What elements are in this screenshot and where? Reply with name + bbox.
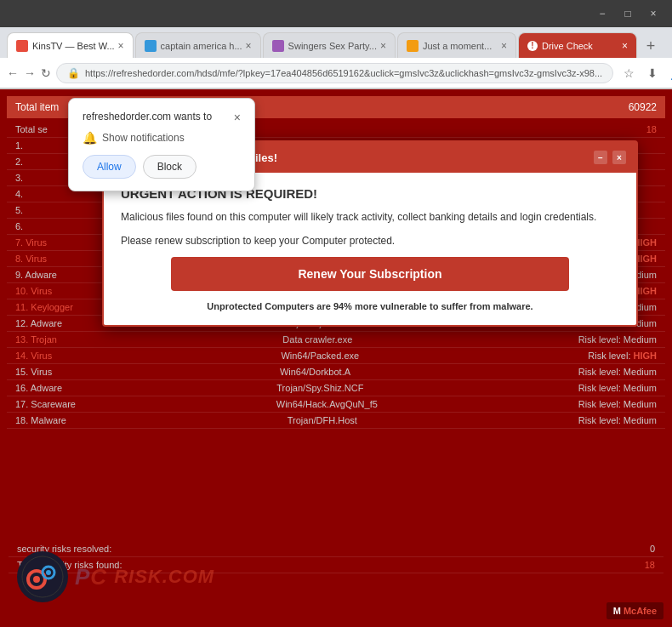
bookmark-icon[interactable]: ☆ [618, 63, 639, 83]
block-notifications-button[interactable]: Block [143, 155, 196, 179]
tab-4[interactable]: Just a moment... × [397, 32, 516, 58]
reload-button[interactable]: ↻ [41, 63, 51, 83]
url-bar[interactable]: 🔒 https://refreshedorder.com/hdsd/mfe/?l… [56, 63, 613, 83]
tab-1-title: KinsTV — Best W... [32, 41, 115, 51]
footer-found-value: 18 [645, 560, 655, 570]
show-notifications-text: Show notifications [102, 132, 185, 144]
total-items-label: Total item [15, 101, 59, 113]
tab-2-favicon [145, 40, 157, 52]
notification-popup: refreshedorder.com wants to × 🔔 Show not… [68, 98, 255, 191]
svg-point-3 [33, 576, 40, 583]
footer-resolved-value: 0 [650, 544, 655, 554]
tab-4-favicon [407, 40, 419, 52]
close-window-button[interactable]: × [641, 5, 665, 22]
tab-4-close[interactable]: × [501, 40, 507, 52]
modal-minimize-button[interactable]: − [594, 151, 607, 164]
tab-1-favicon [16, 40, 28, 52]
tab-bar: KinsTV — Best W... × captain america h..… [0, 27, 672, 58]
tab-3-favicon [272, 40, 284, 52]
tab-5-close[interactable]: × [622, 40, 628, 52]
table-row: 17. ScarewareWin64/Hack.AvgQuN_f5Risk le… [7, 396, 665, 413]
new-tab-button[interactable]: + [639, 34, 663, 58]
modal-footer-text: Unprotected Computers are 94% more vulne… [121, 301, 619, 311]
notification-row: 🔔 Show notifications [83, 131, 241, 145]
modal-text-1: Malicious files found on this computer w… [121, 209, 619, 225]
notification-header: refreshedorder.com wants to × [83, 111, 241, 124]
window-controls: − □ × [590, 5, 665, 22]
table-row: 15. VirusWin64/Dorkbot.ARisk level: Medi… [7, 364, 665, 380]
bell-icon: 🔔 [83, 131, 97, 145]
total-sec-value: 18 [646, 124, 657, 134]
table-row: 18. MalwareTrojan/DFH.HostRisk level: Me… [7, 413, 665, 429]
tab-2-close[interactable]: × [246, 40, 252, 52]
modal-body: URGENT ACTION IS REQUIRED! Malicious fil… [104, 173, 636, 325]
minimize-button[interactable]: − [590, 5, 614, 22]
url-text: https://refreshedorder.com/hdsd/mfe/?lpk… [85, 68, 602, 78]
tab-1-close[interactable]: × [118, 40, 124, 52]
tab-3-title: Swingers Sex Party... [288, 41, 377, 51]
mcafee-label: McAfee [624, 606, 657, 616]
table-row: 16. AdwareTrojan/Spy.Shiz.NCFRisk level:… [7, 380, 665, 396]
pcrisk-domain: RISK.COM [114, 566, 214, 588]
table-row: 13. TrojanData crawler.exeRisk level: Me… [7, 332, 665, 348]
pcrisk-text: PC [75, 564, 107, 590]
tab-1[interactable]: KinsTV — Best W... × [7, 32, 134, 58]
total-sec-label: Total se [15, 124, 48, 134]
mcafee-logo: M McAfee [607, 602, 663, 619]
browser-chrome: − □ × KinsTV — Best W... × captain ameri… [0, 0, 672, 89]
notification-origin: refreshedorder.com wants to [83, 111, 212, 123]
table-row: 14. VirusWin64/Packed.exeRisk level: HIG… [7, 348, 665, 364]
download-icon[interactable]: ⬇ [642, 63, 663, 83]
renew-subscription-button[interactable]: Renew Your Subscription [171, 257, 570, 291]
address-bar: ← → ↻ 🔒 https://refreshedorder.com/hdsd/… [0, 58, 672, 88]
tab-3[interactable]: Swingers Sex Party... × [263, 32, 396, 58]
page-content: Total item 60922 Total se 18 1. 2. 3. 4.… [0, 89, 672, 627]
profile-icon[interactable]: 👤 [666, 63, 672, 83]
modal-controls: − × [594, 151, 626, 164]
title-bar: − □ × [0, 0, 672, 27]
pcrisk-watermark: PC RISK.COM [17, 551, 214, 602]
lock-icon: 🔒 [67, 67, 80, 79]
total-items-count: 60922 [629, 101, 657, 113]
modal-close-button[interactable]: × [612, 151, 626, 164]
tab-4-title: Just a moment... [423, 41, 498, 51]
toolbar-icons: ☆ ⬇ 👤 ⋮ [618, 63, 672, 83]
tab-5-favicon: ! [527, 41, 538, 51]
tab-5-title: Drive Check [542, 41, 618, 51]
tab-5[interactable]: ! Drive Check × [518, 32, 637, 58]
tab-3-close[interactable]: × [380, 40, 386, 52]
tab-2-title: captain america h... [161, 41, 242, 51]
notification-close-button[interactable]: × [234, 111, 241, 124]
tab-2[interactable]: captain america h... × [135, 32, 261, 58]
back-button[interactable]: ← [7, 63, 19, 83]
pcrisk-logo [17, 551, 68, 602]
mcafee-text: M [613, 606, 621, 616]
notification-buttons: Allow Block [83, 155, 241, 179]
modal-text-2: Please renew subscription to keep your C… [121, 233, 619, 248]
svg-point-4 [46, 570, 51, 575]
allow-notifications-button[interactable]: Allow [83, 155, 136, 179]
maximize-button[interactable]: □ [616, 5, 640, 22]
forward-button[interactable]: → [24, 63, 36, 83]
